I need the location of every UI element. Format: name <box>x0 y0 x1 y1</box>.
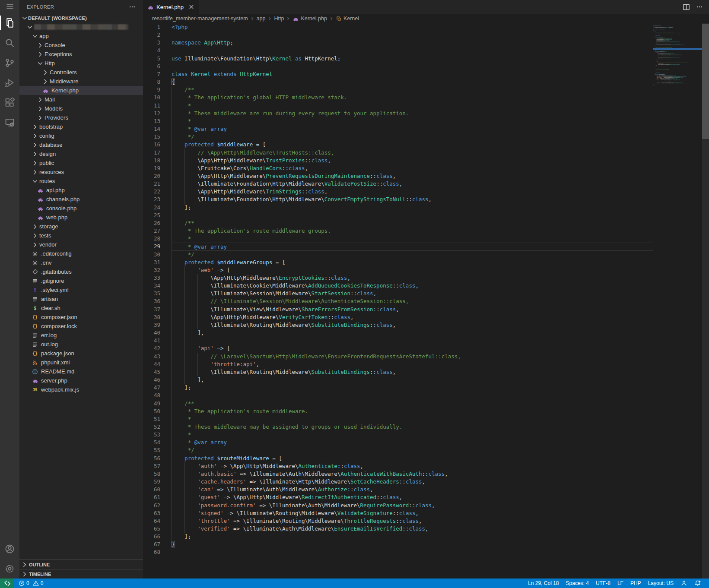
code-line[interactable]: 6 <box>143 63 653 70</box>
breadcrumb-item-kernel-php[interactable]: Kernel.php <box>293 16 327 22</box>
code-line[interactable]: 39 \Illuminate\Routing\Middleware\Substi… <box>143 321 653 329</box>
code-line[interactable]: 44 'throttle:api', <box>143 360 653 368</box>
tree-item-webpack-mix-js[interactable]: JSwebpack.mix.js <box>19 385 143 394</box>
tree-item-public[interactable]: public <box>19 158 143 168</box>
code-line[interactable]: 12 * These middleware are run during eve… <box>143 110 653 117</box>
activity-bar-item-explorer[interactable] <box>0 13 19 33</box>
activity-bar-item-source-control[interactable] <box>0 53 19 73</box>
code-line[interactable]: 34 \Illuminate\Cookie\Middleware\AddQueu… <box>143 282 653 290</box>
code-line[interactable]: 50 * The application's route middleware. <box>143 408 653 415</box>
code-line[interactable]: 68 <box>143 548 653 556</box>
code-line[interactable]: 27 * The application's route middleware … <box>143 227 653 235</box>
code-line[interactable]: 26 /** <box>143 219 653 227</box>
tree-item-channels-php[interactable]: channels.php <box>19 195 143 204</box>
code-line[interactable]: 15 */ <box>143 133 653 141</box>
tree-item-bootstrap[interactable]: bootstrap <box>19 122 143 131</box>
code-line[interactable]: 28 * <box>143 235 653 243</box>
tree-item-api-php[interactable]: api.php <box>19 186 143 195</box>
code-line[interactable]: 67} <box>143 541 653 548</box>
tree-item-resources[interactable]: resources <box>19 168 143 177</box>
code-line[interactable]: 20 \App\Http\Middleware\PreventRequestsD… <box>143 172 653 180</box>
status-item-keyboard-layout[interactable]: Layout: US <box>645 580 677 586</box>
breadcrumb-item-kernel[interactable]: Kernel <box>336 16 359 22</box>
activity-bar-item-search[interactable] <box>0 33 19 53</box>
code-line[interactable]: 55 */ <box>143 446 653 454</box>
code-line[interactable]: 51 * <box>143 415 653 423</box>
breadcrumb-item-app[interactable]: app <box>257 16 266 22</box>
tree-item-kernel-php[interactable]: Kernel.php <box>19 86 143 95</box>
code-line[interactable]: 57 'auth' => \App\Http\Middleware\Authen… <box>143 462 653 470</box>
status-item-cursor-position[interactable]: Ln 29, Col 18 <box>525 580 562 586</box>
tree-item-package-json[interactable]: {}package.json <box>19 349 143 358</box>
tree-item-gitattributes[interactable]: .gitattributes <box>19 267 143 276</box>
panel-header-timeline[interactable]: TIMELINE <box>19 569 143 579</box>
code-line[interactable]: 5use Illuminate\Foundation\Http\Kernel a… <box>143 55 653 63</box>
code-line[interactable]: 32 'web' => [ <box>143 266 653 274</box>
status-item-notifications[interactable] <box>691 580 705 587</box>
status-item-language-mode[interactable]: PHP <box>627 580 645 586</box>
tree-item-composer-lock[interactable]: {}composer.lock <box>19 322 143 331</box>
breadcrumb-item-resortlife-member-management-system[interactable]: resortlife_member-management-system <box>152 16 248 22</box>
code-line[interactable]: 1<?php <box>143 23 653 31</box>
code-line[interactable]: 62 'password.confirm' => \Illuminate\Aut… <box>143 502 653 509</box>
tree-item-console-php[interactable]: console.php <box>19 204 143 213</box>
code-line[interactable]: 16 protected $middleware = [ <box>143 141 653 149</box>
code-line[interactable]: 56 protected $routeMiddleware = [ <box>143 455 653 462</box>
code-line[interactable]: 18 \App\Http\Middleware\TrustProxies::cl… <box>143 157 653 164</box>
code-line[interactable]: 2 <box>143 31 653 39</box>
code-line[interactable]: 21 \Illuminate\Foundation\Http\Middlewar… <box>143 180 653 188</box>
code-editor[interactable]: 1<?php23namespace App\Http;45use Illumin… <box>143 23 709 579</box>
activity-bar-item-settings[interactable] <box>0 559 19 579</box>
code-line[interactable]: 59 'cache.headers' => \Illuminate\Http\M… <box>143 478 653 486</box>
activity-bar-item-menu[interactable] <box>0 0 19 13</box>
tree-item-http[interactable]: Http <box>19 59 143 68</box>
code-line[interactable]: 29 * @var array <box>143 243 653 250</box>
code-line[interactable]: 60 'can' => \Illuminate\Auth\Middleware\… <box>143 486 653 493</box>
code-line[interactable]: 52 * These middleware may be assigned to… <box>143 423 653 431</box>
code-line[interactable]: 45 \Illuminate\Routing\Middleware\Substi… <box>143 368 653 376</box>
code-line[interactable]: 7class Kernel extends HttpKernel <box>143 70 653 78</box>
code-line[interactable]: 11 * <box>143 102 653 110</box>
code-line[interactable]: 48 <box>143 392 653 399</box>
tree-item-design[interactable]: design <box>19 149 143 158</box>
remote-indicator[interactable] <box>0 579 14 588</box>
tree-item-routes[interactable]: routes <box>19 177 143 186</box>
code-line[interactable]: 13 * <box>143 117 653 125</box>
more-actions-button[interactable] <box>696 3 703 10</box>
tree-item-storage[interactable]: storage <box>19 222 143 231</box>
tree-item-config[interactable]: config <box>19 131 143 140</box>
tree-item-composer-json[interactable]: {}composer.json <box>19 313 143 322</box>
code-line[interactable]: 36 // \Illuminate\Session\Middleware\Aut… <box>143 297 653 305</box>
code-line[interactable]: 30 */ <box>143 251 653 259</box>
code-line[interactable]: 35 \Illuminate\Session\Middleware\StartS… <box>143 290 653 297</box>
code-line[interactable]: 42 'api' => [ <box>143 345 653 352</box>
code-line[interactable]: 31 protected $middlewareGroups = [ <box>143 259 653 266</box>
tree-item-vendor[interactable]: vendor <box>19 240 143 249</box>
tree-item-phpunit-xml[interactable]: phpunit.xml <box>19 358 143 367</box>
code-line[interactable]: 33 \App\Http\Middleware\EncryptCookies::… <box>143 274 653 282</box>
code-line[interactable]: 37 \Illuminate\View\Middleware\ShareErro… <box>143 306 653 313</box>
tree-item-readme-md[interactable]: README.md <box>19 367 143 376</box>
status-item-indentation[interactable]: Spaces: 4 <box>563 580 592 586</box>
breadcrumb-item-http[interactable]: Http <box>274 16 284 22</box>
code-line[interactable]: 9 /** <box>143 86 653 94</box>
code-line[interactable]: 53 * <box>143 431 653 439</box>
tree-item-tests[interactable]: tests <box>19 231 143 240</box>
tree-item-middleware[interactable]: Middleware <box>19 77 143 86</box>
tree-item-app[interactable]: app <box>19 32 143 41</box>
code-line[interactable]: 41 <box>143 337 653 345</box>
minimap[interactable]: <?phpnamespace App\Http;use Illuminate\F… <box>653 23 702 579</box>
code-line[interactable]: 49 /** <box>143 400 653 408</box>
code-line[interactable]: 14 * @var array <box>143 125 653 133</box>
status-item-eol[interactable]: LF <box>614 580 627 586</box>
tree-item-env[interactable]: .env <box>19 258 143 267</box>
code-line[interactable]: 47 ]; <box>143 384 653 392</box>
tree-item-err-log[interactable]: err.log <box>19 331 143 340</box>
tree-item-console[interactable]: Console <box>19 41 143 50</box>
code-line[interactable]: 8{ <box>143 78 653 86</box>
tree-item-providers[interactable]: Providers <box>19 113 143 122</box>
code-line[interactable]: 61 'guest' => \App\Http\Middleware\Redir… <box>143 493 653 501</box>
tree-item-models[interactable]: Models <box>19 104 143 113</box>
tree-item-controllers[interactable]: Controllers <box>19 68 143 77</box>
activity-bar-item-accounts[interactable] <box>0 539 19 559</box>
